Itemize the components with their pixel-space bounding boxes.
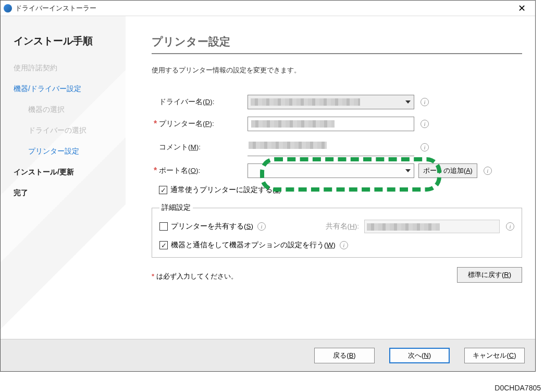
app-icon — [4, 4, 12, 12]
comment-label: コメント(M): — [159, 143, 248, 152]
chevron-down-icon — [405, 169, 411, 172]
document-id: D0CHDA7805 — [494, 384, 541, 392]
nav-device-driver[interactable]: 機器/ドライバー設定 — [14, 84, 120, 94]
page-description: 使用するプリンター情報の設定を変更できます。 — [152, 66, 522, 75]
page-title: プリンター設定 — [152, 34, 522, 54]
info-icon[interactable]: i — [257, 222, 266, 231]
nav-license: 使用許諾契約 — [14, 64, 120, 73]
required-marker: * — [152, 119, 159, 129]
back-button[interactable]: 戻る(B) — [314, 348, 375, 363]
comment-input[interactable] — [248, 142, 414, 156]
window-title: ドライバーインストーラー — [15, 4, 96, 13]
sidebar: インストール手順 使用許諾契約 機器/ドライバー設定 機器の選択 ドライバーの選… — [1, 16, 126, 339]
default-printer-checkbox[interactable] — [159, 186, 167, 194]
add-port-button[interactable]: ポートの追加(A) — [418, 163, 477, 178]
nav-select-driver: ドライバーの選択 — [14, 126, 120, 135]
sidebar-title: インストール手順 — [14, 34, 120, 48]
port-name-select[interactable] — [248, 163, 414, 178]
share-printer-checkbox[interactable] — [159, 222, 168, 231]
nav-install-update: インストール/更新 — [14, 168, 120, 177]
driver-name-select[interactable] — [248, 95, 414, 109]
share-printer-label: プリンターを共有する(S) — [171, 222, 253, 231]
close-button[interactable]: ✕ — [511, 1, 532, 16]
installer-window: ドライバーインストーラー ✕ インストール手順 使用許諾契約 機器/ドライバー設… — [0, 0, 536, 372]
info-icon[interactable]: i — [340, 241, 348, 249]
comm-option-label: 機器と通信をして機器オプションの設定を行う(W) — [171, 241, 336, 250]
info-icon[interactable]: i — [506, 222, 514, 231]
share-name-label: 共有名(H): — [326, 222, 360, 231]
detail-fieldset: 詳細設定 プリンターを共有する(S) i 共有名(H): i 機器と通信をして — [152, 203, 522, 258]
next-button[interactable]: 次へ(N) — [389, 348, 450, 363]
driver-name-label: ドライバー名(D): — [159, 97, 248, 107]
comm-option-checkbox[interactable] — [159, 241, 168, 249]
default-printer-label: 通常使うプリンターに設定する(L) — [170, 185, 281, 195]
reset-button[interactable]: 標準に戻す(R) — [457, 267, 522, 283]
required-marker: * — [152, 166, 159, 175]
info-icon[interactable]: i — [421, 120, 429, 128]
required-footnote: * は必ず入力してください。 — [152, 272, 238, 281]
nav-printer-settings[interactable]: プリンター設定 — [14, 147, 120, 156]
nav-select-device: 機器の選択 — [14, 105, 120, 115]
chevron-down-icon — [405, 100, 411, 104]
printer-name-input[interactable] — [248, 117, 414, 131]
nav-complete: 完了 — [14, 188, 120, 198]
detail-legend: 詳細設定 — [159, 203, 193, 212]
info-icon[interactable]: i — [421, 143, 429, 151]
port-name-label: ポート名(O): — [159, 166, 248, 175]
info-icon[interactable]: i — [484, 167, 492, 175]
footer: 戻る(B) 次へ(N) キャンセル(C) — [1, 339, 535, 371]
share-name-input — [364, 220, 500, 233]
titlebar: ドライバーインストーラー ✕ — [1, 1, 535, 16]
printer-name-label: プリンター名(P): — [159, 119, 248, 129]
info-icon[interactable]: i — [421, 98, 429, 106]
main-panel: プリンター設定 使用するプリンター情報の設定を変更できます。 ドライバー名(D)… — [126, 16, 535, 339]
cancel-button[interactable]: キャンセル(C) — [464, 348, 525, 363]
